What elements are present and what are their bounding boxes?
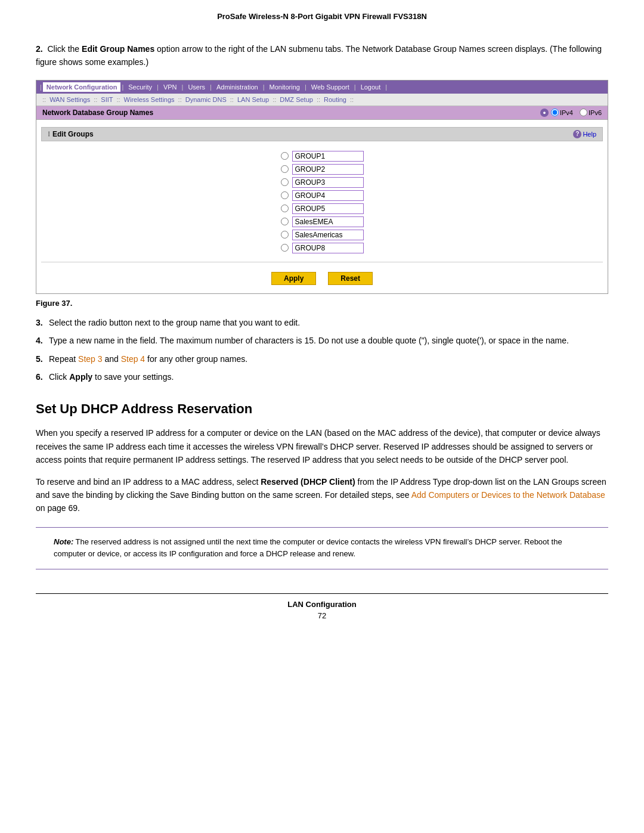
list-item bbox=[281, 230, 364, 240]
group2-input[interactable] bbox=[292, 164, 364, 175]
nav-sep-1: | bbox=[122, 83, 123, 91]
subnav-item-wan[interactable]: WAN Settings bbox=[47, 95, 92, 104]
step6-post: to save your settings. bbox=[92, 372, 174, 382]
nav-item-logout[interactable]: Logout bbox=[357, 82, 385, 92]
subnav-sep-6: :: bbox=[317, 96, 320, 103]
step3-num: 3. bbox=[36, 316, 44, 329]
section-heading: Set Up DHCP Address Reservation bbox=[36, 401, 608, 417]
ipv6-radio[interactable] bbox=[580, 109, 587, 116]
list-item bbox=[281, 190, 364, 201]
subnav-item-ddns[interactable]: Dynamic DNS bbox=[183, 95, 229, 104]
para2-bold: Reserved (DHCP Client) bbox=[261, 477, 355, 487]
ipv-toggle: ● IPv4 IPv6 bbox=[540, 109, 602, 117]
section-title-text: Edit Groups bbox=[52, 130, 94, 138]
nav-sep-3: | bbox=[182, 83, 184, 91]
nav-item-websupport[interactable]: Web Support bbox=[308, 82, 353, 92]
salesemea-input[interactable] bbox=[292, 216, 364, 227]
page-header: ProSafe Wireless-N 8-Port Gigabit VPN Fi… bbox=[36, 12, 608, 24]
ipv4-text: IPv4 bbox=[560, 109, 573, 116]
salesamericas-input[interactable] bbox=[292, 230, 364, 240]
nav-item-network[interactable]: Network Configuration bbox=[43, 82, 121, 92]
nav-item-vpn[interactable]: VPN bbox=[160, 82, 181, 92]
group2-radio[interactable] bbox=[281, 165, 289, 173]
group1-input[interactable] bbox=[292, 151, 364, 162]
step5-pre: Repeat bbox=[49, 354, 78, 364]
salesamericas-radio[interactable] bbox=[281, 231, 289, 239]
group3-input[interactable] bbox=[292, 177, 364, 188]
figure-container: | Network Configuration | Security | VPN… bbox=[36, 80, 608, 294]
group5-input[interactable] bbox=[292, 203, 364, 214]
ipv6-text: IPv6 bbox=[589, 109, 602, 116]
buttons-row: Apply Reset bbox=[36, 265, 608, 290]
subnav-item-wireless[interactable]: Wireless Settings bbox=[122, 95, 177, 104]
group8-input[interactable] bbox=[292, 243, 364, 253]
note-label: Note: bbox=[54, 537, 73, 546]
note-text: The reserved address is not assigned unt… bbox=[54, 537, 562, 559]
subnav-sep-3: :: bbox=[178, 96, 182, 103]
help-link[interactable]: ? Help bbox=[573, 130, 596, 138]
reset-button[interactable]: Reset bbox=[328, 272, 373, 285]
nav-bar: | Network Configuration | Security | VPN… bbox=[36, 80, 608, 94]
step4-num: 4. bbox=[36, 334, 44, 347]
subnav-sep-5: :: bbox=[273, 96, 276, 103]
step4-link[interactable]: Step 4 bbox=[121, 354, 145, 364]
list-item bbox=[281, 243, 364, 253]
grid-icon: ⁝ bbox=[48, 130, 50, 138]
step3-item: 3. Select the radio button next to the g… bbox=[36, 316, 608, 329]
nav-item-monitoring[interactable]: Monitoring bbox=[266, 82, 304, 92]
subnav-item-routing[interactable]: Routing bbox=[321, 95, 349, 104]
sub-nav: :: WAN Settings :: SIIT :: Wireless Sett… bbox=[36, 94, 608, 106]
nav-item-security[interactable]: Security bbox=[125, 82, 156, 92]
nav-item-users[interactable]: Users bbox=[184, 82, 209, 92]
subnav-item-dmz[interactable]: DMZ Setup bbox=[277, 95, 315, 104]
page-title: Network Database Group Names bbox=[42, 109, 153, 117]
footer-page: 72 bbox=[36, 611, 608, 620]
group5-radio[interactable] bbox=[281, 205, 289, 212]
group1-radio[interactable] bbox=[281, 152, 289, 160]
nav-sep-6: | bbox=[305, 83, 306, 91]
subnav-sep-1: :: bbox=[94, 96, 97, 103]
list-item bbox=[281, 203, 364, 214]
step2-bold: Edit Group Names bbox=[82, 44, 154, 54]
salesemea-radio[interactable] bbox=[281, 218, 289, 225]
subnav-sep-4: :: bbox=[230, 96, 234, 103]
page-title-bar: Network Database Group Names ● IPv4 IPv6 bbox=[36, 106, 608, 120]
ipv6-label[interactable]: IPv6 bbox=[580, 109, 602, 116]
subnav-item-siit[interactable]: SIIT bbox=[98, 95, 115, 104]
step4-text: Type a new name in the field. The maximu… bbox=[49, 334, 569, 347]
nav-item-admin[interactable]: Administration bbox=[213, 82, 262, 92]
ipv4-icon: ● bbox=[540, 109, 549, 117]
step3-link[interactable]: Step 3 bbox=[78, 354, 102, 364]
para2-post: on page 69. bbox=[36, 503, 80, 513]
list-item bbox=[281, 164, 364, 175]
list-item bbox=[281, 151, 364, 162]
header-title: ProSafe Wireless-N 8-Port Gigabit VPN Fi… bbox=[217, 12, 427, 21]
apply-button[interactable]: Apply bbox=[271, 272, 316, 285]
group4-input[interactable] bbox=[292, 190, 364, 201]
footer-label: LAN Configuration bbox=[36, 600, 608, 609]
steps-list: 3. Select the radio button next to the g… bbox=[36, 316, 608, 384]
nav-sep-7: | bbox=[354, 83, 356, 91]
group3-radio[interactable] bbox=[281, 178, 289, 186]
para1: When you specify a reserved IP address f… bbox=[36, 426, 608, 466]
ipv4-label[interactable]: IPv4 bbox=[551, 109, 573, 116]
nav-sep-2: | bbox=[157, 83, 159, 91]
step2-text: 2. Click the Edit Group Names option arr… bbox=[36, 42, 608, 69]
subnav-sep-2: :: bbox=[116, 96, 120, 103]
group8-radio[interactable] bbox=[281, 244, 289, 252]
step5-post: for any other group names. bbox=[147, 354, 247, 364]
subnav-sep-start: :: bbox=[42, 96, 46, 103]
subnav-sep-end: :: bbox=[350, 96, 354, 103]
section-title: ⁝ Edit Groups bbox=[48, 130, 94, 138]
step5-item: 5. Repeat Step 3 and Step 4 for any othe… bbox=[36, 352, 608, 366]
ipv4-radio[interactable] bbox=[551, 109, 559, 116]
nav-sep-5: | bbox=[263, 83, 265, 91]
nav-sep-4: | bbox=[210, 83, 212, 91]
ui-content: ⁝ Edit Groups ? Help bbox=[36, 120, 608, 293]
subnav-item-lan[interactable]: LAN Setup bbox=[235, 95, 271, 104]
step6-bold: Apply bbox=[69, 372, 92, 382]
step6-text: Click Apply to save your settings. bbox=[49, 370, 174, 383]
para2-pre: To reserve and bind an IP address to a M… bbox=[36, 477, 261, 487]
group4-radio[interactable] bbox=[281, 191, 289, 199]
add-computers-link[interactable]: Add Computers or Devices to the Network … bbox=[411, 490, 605, 500]
